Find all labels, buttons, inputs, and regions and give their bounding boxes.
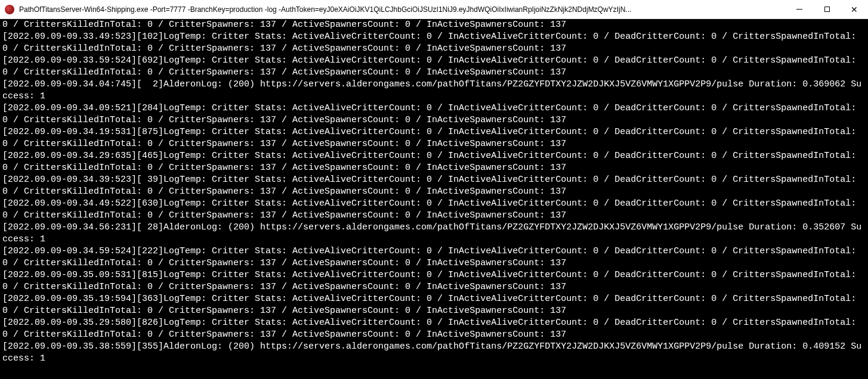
log-line: [2022.09.09-09.34.09:521][284]LogTemp: C… xyxy=(2,102,866,126)
app-icon xyxy=(5,5,14,14)
minimize-icon xyxy=(796,9,802,10)
log-line: [2022.09.09-09.34.04:745][ 2]AlderonLog:… xyxy=(2,79,866,102)
close-button[interactable]: ✕ xyxy=(841,0,868,18)
log-line: [2022.09.09-09.34.49:522][630]LogTemp: C… xyxy=(2,198,866,222)
maximize-icon xyxy=(824,7,830,12)
console-output[interactable]: 0 / CrittersKilledInTotal: 0 / CritterSp… xyxy=(0,19,868,379)
log-line: [2022.09.09-09.34.39:523][ 39]LogTemp: C… xyxy=(2,174,866,198)
log-line: [2022.09.09-09.35.29:580][826]LogTemp: C… xyxy=(2,317,866,341)
log-line: [2022.09.09-09.34.59:524][222]LogTemp: C… xyxy=(2,246,866,269)
log-line: [2022.09.09-09.35.19:594][363]LogTemp: C… xyxy=(2,293,866,317)
maximize-button[interactable] xyxy=(813,0,841,18)
log-line: [2022.09.09-09.35.09:531][815]LogTemp: C… xyxy=(2,269,866,293)
window-title: PathOfTitansServer-Win64-Shipping.exe -P… xyxy=(19,5,786,14)
minimize-button[interactable] xyxy=(786,0,813,18)
log-line: [2022.09.09-09.35.38:559][355]AlderonLog… xyxy=(2,341,866,365)
log-line: 0 / CrittersKilledInTotal: 0 / CritterSp… xyxy=(2,19,866,31)
window-controls: ✕ xyxy=(786,0,868,18)
log-line: [2022.09.09-09.34.29:635][465]LogTemp: C… xyxy=(2,150,866,174)
log-line: [2022.09.09-09.34.19:531][875]LogTemp: C… xyxy=(2,126,866,150)
title-bar: PathOfTitansServer-Win64-Shipping.exe -P… xyxy=(0,0,868,19)
log-line: [2022.09.09-09.34.56:231][ 28]AlderonLog… xyxy=(2,222,866,246)
log-line: [2022.09.09-09.33.49:523][102]LogTemp: C… xyxy=(2,31,866,55)
log-line: [2022.09.09-09.33.59:524][692]LogTemp: C… xyxy=(2,55,866,79)
close-icon: ✕ xyxy=(851,5,858,14)
